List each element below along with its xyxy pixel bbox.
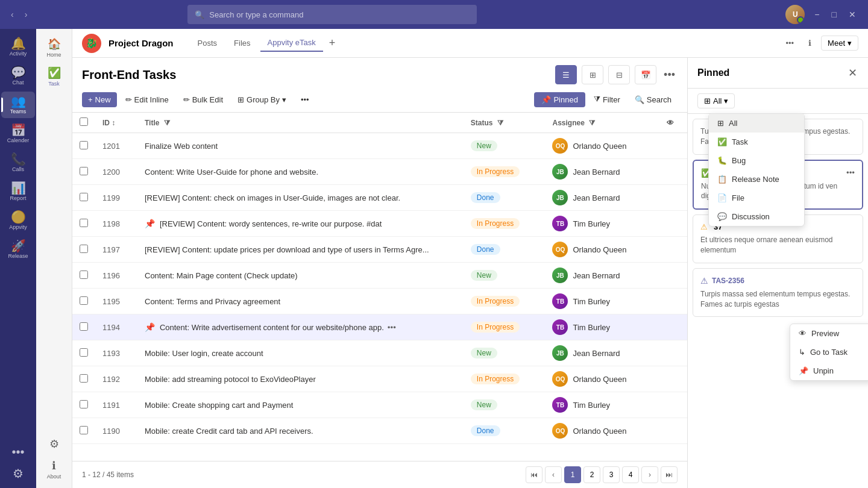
more-actions-button[interactable]: ••• (295, 92, 315, 107)
filter-menu-release-note[interactable]: 📋 Release Note (709, 170, 804, 189)
status-badge: New (471, 270, 497, 281)
tab-posts[interactable]: Posts (190, 34, 225, 52)
row-id: 1199 (95, 185, 137, 211)
teams-sidebar-about[interactable]: ℹ About (39, 455, 70, 483)
teams-sidebar-settings[interactable]: ⚙ (39, 434, 70, 454)
unpin-action[interactable]: 📌 Unpin (790, 361, 868, 380)
teams-sidebar-home[interactable]: 🏠 Home (39, 34, 70, 61)
filter-menu-discussion[interactable]: 💬 Discussion (709, 207, 804, 226)
filter-menu-bug[interactable]: 🐛 Bug (709, 151, 804, 170)
sidebar-item-teams[interactable]: 👥 Teams (1, 92, 35, 118)
toolbar-more-button[interactable]: ••• (661, 66, 678, 84)
calls-label: Calls (12, 166, 24, 172)
more-options-button[interactable]: ••• (781, 36, 799, 50)
row-checkbox[interactable] (80, 426, 88, 434)
view-calendar-button[interactable]: 📅 (635, 65, 656, 84)
info-button[interactable]: ℹ (804, 36, 816, 50)
filter-button[interactable]: ⧩ Filter (588, 92, 626, 107)
pinned-title: Pinned (697, 67, 847, 78)
bulk-edit-label: Bulk Edit (192, 95, 223, 104)
row-checkbox[interactable] (80, 219, 88, 227)
add-tab-button[interactable]: + (326, 34, 339, 52)
filter-assignee-icon[interactable]: ⧩ (589, 119, 595, 127)
pinned-card-menu-button[interactable]: ••• (846, 168, 855, 177)
filter-title-icon[interactable]: ⧩ (164, 119, 170, 127)
maximize-button[interactable]: □ (827, 8, 841, 20)
filter-label: Filter (603, 95, 620, 104)
group-by-button[interactable]: ⊞ Group By ▾ (231, 92, 292, 107)
minimize-button[interactable]: − (810, 8, 824, 20)
tab-files[interactable]: Files (227, 34, 257, 52)
meet-button[interactable]: Meet ▾ (821, 36, 858, 51)
row-status: Done (464, 185, 546, 211)
row-checkbox[interactable] (80, 348, 88, 357)
row-checkbox[interactable] (80, 141, 88, 149)
nav-forward-button[interactable]: › (21, 8, 31, 20)
pinned-filter-dropdown[interactable]: ⊞ All ▾ (697, 93, 735, 108)
filter-menu-task[interactable]: ✅ Task (709, 133, 804, 151)
search-button[interactable]: 🔍 Search (629, 92, 678, 107)
page-1-button[interactable]: 1 (564, 466, 581, 483)
row-checkbox[interactable] (80, 400, 88, 408)
sidebar-item-report[interactable]: 📊 Report (1, 178, 35, 205)
new-task-button[interactable]: + New (82, 92, 117, 107)
sidebar-item-settings[interactable]: ⚙ (1, 464, 35, 483)
close-button[interactable]: ✕ (844, 8, 861, 20)
row-checkbox[interactable] (80, 271, 88, 279)
row-more-button[interactable]: ••• (384, 322, 400, 333)
row-assignee: JBJean Bernard (545, 185, 659, 211)
table-row: 1199[REVIEW] Content: check on images in… (72, 185, 687, 211)
sort-icon[interactable]: ↕ (112, 119, 115, 127)
prev-page-button[interactable]: ‹ (545, 466, 562, 483)
preview-action[interactable]: 👁 Preview (790, 324, 868, 343)
sidebar-item-calendar[interactable]: 📅 Calender (1, 120, 35, 147)
row-checkbox[interactable] (80, 245, 88, 253)
sidebar-item-calls[interactable]: 📞 Calls (1, 149, 35, 176)
view-kanban-button[interactable]: ⊟ (608, 65, 630, 84)
pinned-button[interactable]: 📌 Pinned (534, 92, 585, 107)
assignee-avatar: JB (552, 267, 568, 283)
page-2-button[interactable]: 2 (583, 466, 600, 483)
task-label: Task (48, 81, 60, 87)
select-all-checkbox[interactable] (80, 117, 88, 126)
bulk-edit-button[interactable]: ✏ Bulk Edit (177, 92, 229, 107)
filter-menu-file[interactable]: 📄 File (709, 189, 804, 207)
nav-back-button[interactable]: ‹ (7, 8, 17, 20)
filter-menu-all[interactable]: ⊞ All (709, 114, 804, 133)
user-avatar[interactable]: U (785, 5, 805, 24)
filter-icon: ⧩ (594, 95, 600, 104)
sidebar-item-chat[interactable]: 💬 Chat (1, 63, 35, 89)
last-page-button[interactable]: ⏭ (661, 466, 678, 483)
sidebar-item-activity[interactable]: 🔔 Activity (1, 34, 35, 60)
tab-appvity-etask[interactable]: Appvity eTask (260, 34, 323, 52)
row-checkbox[interactable] (80, 296, 88, 305)
row-checkbox[interactable] (80, 167, 88, 175)
page-4-button[interactable]: 4 (622, 466, 639, 483)
assignee-name: Tim Burley (573, 219, 610, 228)
sidebar-item-more[interactable]: ••• (1, 442, 35, 461)
goto-task-icon: ↳ (799, 348, 805, 357)
pinned-label: Pinned (553, 95, 577, 104)
row-checkbox[interactable] (80, 374, 88, 383)
filter-status-icon[interactable]: ⧩ (497, 119, 503, 127)
row-checkbox[interactable] (80, 322, 88, 331)
unpin-label: Unpin (813, 366, 834, 375)
teams-sidebar-task[interactable]: ✅ Task (39, 63, 70, 90)
task-table[interactable]: ID ↕ Title ⧩ Status ⧩ Assignee (72, 113, 687, 461)
sidebar-item-appvity[interactable]: 🟡 Appvity (1, 207, 35, 234)
view-grid-button[interactable]: ⊞ (582, 65, 603, 84)
page-3-button[interactable]: 3 (603, 466, 620, 483)
row-checkbox[interactable] (80, 193, 88, 201)
pinned-close-button[interactable]: ✕ (847, 65, 858, 81)
view-list-button[interactable]: ☰ (555, 65, 577, 84)
edit-inline-button[interactable]: ✏ Edit Inline (119, 92, 175, 107)
meet-label: Meet (828, 39, 845, 48)
search-bar[interactable]: 🔍 Search or type a command (187, 5, 477, 24)
assignee-name: Orlando Queen (573, 427, 626, 436)
next-page-button[interactable]: › (641, 466, 658, 483)
first-page-button[interactable]: ⏮ (526, 466, 542, 483)
pinned-panel: Pinned ✕ ⊞ All ▾ ⊞ All (687, 58, 868, 488)
goto-task-action[interactable]: ↳ Go to Task (790, 343, 868, 361)
assignee-avatar: OQ (552, 138, 568, 154)
sidebar-item-release[interactable]: 🚀 Release (1, 236, 35, 263)
